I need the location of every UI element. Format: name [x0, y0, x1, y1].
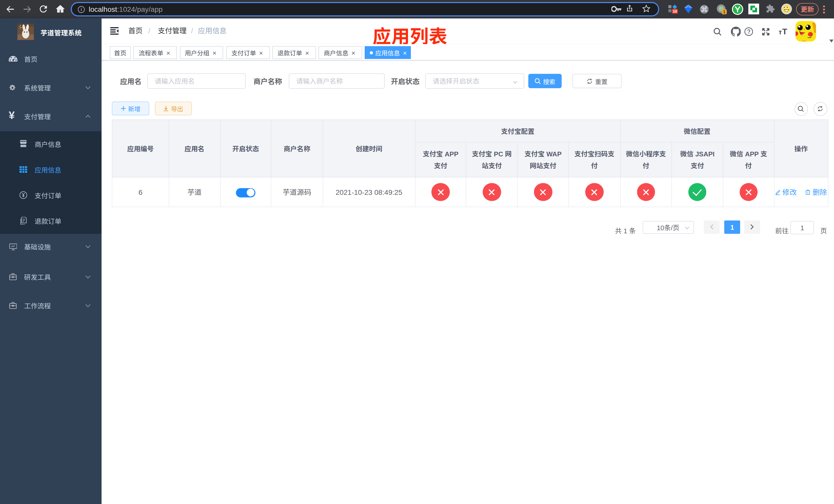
svg-text:T: T	[782, 28, 787, 36]
svg-text:т: т	[778, 28, 782, 36]
svg-text:10: 10	[673, 9, 677, 13]
svg-text:1: 1	[723, 10, 725, 14]
